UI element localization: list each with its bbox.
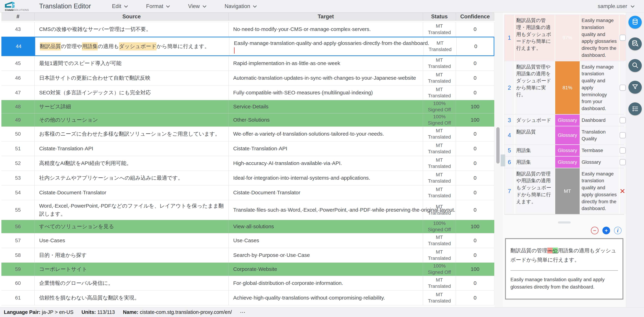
source-cell[interactable]: お客様のニーズに合わせた多様な翻訳ソリューションをご用意しています。 bbox=[34, 127, 229, 141]
source-cell[interactable]: その他のソリューション bbox=[34, 114, 229, 126]
target-cell[interactable]: Ideal·for·integration·into·internal·syst… bbox=[229, 171, 423, 185]
source-cell[interactable]: 目的・用途から探す bbox=[34, 248, 229, 262]
target-cell[interactable]: Corporate·Website bbox=[229, 263, 423, 276]
menu-format[interactable]: Format bbox=[146, 3, 169, 10]
target-text: High-accuracy·AI·translation·available·v… bbox=[233, 159, 342, 168]
source-cell[interactable]: 高精度なAI翻訳をAPI経由で利用可能。 bbox=[34, 156, 229, 170]
target-cell[interactable]: Use·Cases bbox=[229, 233, 423, 248]
tm-match-row[interactable]: 7翻訳品質の管理や用語集の適用もダッシュボードから簡単に行えます。MTEasil… bbox=[504, 168, 624, 215]
table-row[interactable]: 44翻訳品質の管理や用語集の適用もダッシュボードから簡単に行えます。Easily… bbox=[2, 37, 494, 56]
table-row[interactable]: 61信頼性を損なわない高品質な翻訳を実現。Achieve·high-qualit… bbox=[2, 290, 494, 305]
table-row[interactable]: 57Use·CasesUse·CasesMTTranslated0 bbox=[2, 233, 494, 248]
table-row[interactable]: 47SEO対策（多言語インデックス）にも完全対応Fully·compatible… bbox=[2, 86, 494, 100]
table-row[interactable]: 51Cistate·Translation·APICistate·Transla… bbox=[2, 141, 494, 156]
table-row[interactable]: 59コーポレートサイトCorporate·Website100%Signed O… bbox=[2, 263, 494, 276]
target-cell[interactable]: Automatic·translation·updates·in·sync·wi… bbox=[229, 71, 423, 85]
tm-match-row[interactable]: 4翻訳品質GlossaryTranslation Quality bbox=[504, 126, 624, 145]
menu-view[interactable]: View bbox=[188, 3, 206, 10]
panel-resize-grip[interactable] bbox=[501, 154, 505, 166]
table-row[interactable]: 48サービス詳細Service·Details100%Signed Off100 bbox=[2, 100, 494, 114]
target-cell[interactable]: We·offer·a·variety·of·translation·soluti… bbox=[229, 127, 423, 141]
tm-select-checkbox[interactable] bbox=[620, 117, 626, 123]
target-cell[interactable]: Search·by·Purpose·or·Use·Case bbox=[229, 248, 423, 262]
table-row[interactable]: 52高精度なAI翻訳をAPI経由で利用可能。High-accuracy·AI·t… bbox=[2, 156, 494, 171]
rail-button-concordance-search[interactable] bbox=[628, 38, 642, 50]
source-cell[interactable]: すべてのソリューションを見る bbox=[34, 220, 229, 233]
tm-select-checkbox[interactable] bbox=[620, 34, 626, 41]
source-text: CMSの改修や複雑なサーバー管理は一切不要。 bbox=[39, 25, 151, 34]
target-cell[interactable]: Service·Details bbox=[229, 100, 423, 113]
user-menu[interactable]: sample.user bbox=[598, 3, 634, 10]
source-cell[interactable]: Use·Cases bbox=[34, 233, 229, 248]
target-text: Automatic·translation·updates·in·sync·wi… bbox=[233, 74, 416, 82]
rail-button-search[interactable] bbox=[628, 59, 642, 72]
tm-select-checkbox[interactable] bbox=[620, 147, 626, 154]
table-row[interactable]: 50お客様のニーズに合わせた多様な翻訳ソリューションをご用意しています。We·o… bbox=[2, 127, 494, 141]
table-row[interactable]: 58目的・用途から探すSearch·by·Purpose·or·Use·Case… bbox=[2, 248, 494, 263]
status-cell: MTTranslated bbox=[424, 38, 456, 56]
add-button[interactable]: + bbox=[602, 227, 610, 234]
confidence-cell: 0 bbox=[456, 71, 494, 85]
target-text: Corporate·Website bbox=[233, 265, 277, 273]
source-cell[interactable]: 翻訳品質の管理や用語集の適用もダッシュボードから簡単に行えます。 bbox=[35, 38, 229, 56]
target-cell[interactable]: Cistate·Translation·API bbox=[229, 141, 423, 156]
target-cell[interactable]: High-accuracy·AI·translation·available·v… bbox=[229, 156, 423, 170]
table-row[interactable]: 53社内システムやアプリケーションへの組み込みに最適です。Ideal·for·i… bbox=[2, 171, 494, 186]
source-cell[interactable]: Word,·Excel,·PowerPoint,·PDFなどのファイルを、レイア… bbox=[34, 200, 229, 220]
source-cell[interactable]: SEO対策（多言語インデックス）にも完全対応 bbox=[34, 86, 229, 100]
target-cell[interactable]: Achieve·high-quality·translations·withou… bbox=[229, 290, 423, 305]
target-cell[interactable]: Easily·manage·translation·quality·and·ap… bbox=[229, 38, 424, 56]
tm-match-row[interactable]: 5用語集GlossaryTermbase bbox=[504, 145, 624, 156]
tm-match-row[interactable]: 6用語集GlossaryGlossary bbox=[504, 156, 624, 168]
target-cell[interactable]: No·need·to·modify·your·CMS·or·manage·com… bbox=[229, 22, 423, 36]
tm-select-checkbox[interactable] bbox=[620, 84, 626, 91]
target-cell[interactable]: For·global·distribution·of·corporate·inf… bbox=[229, 276, 423, 290]
source-cell[interactable]: コーポレートサイト bbox=[34, 263, 229, 276]
source-cell[interactable]: Cistate·Document·Translator bbox=[34, 186, 229, 200]
target-cell[interactable]: Fully·compatible·with·SEO·measures·(mult… bbox=[229, 86, 423, 100]
table-scrollbar[interactable] bbox=[495, 12, 502, 307]
source-cell[interactable]: 信頼性を損なわない高品質な翻訳を実現。 bbox=[34, 290, 229, 305]
tm-match-row[interactable]: 3ダッシュボードGlossaryDashboard bbox=[504, 115, 624, 126]
menu-navigation[interactable]: Navigation bbox=[225, 3, 256, 10]
table-row[interactable]: 46日本語サイトの更新に合わせて自動で翻訳反映Automatic·transla… bbox=[2, 71, 494, 86]
tm-match-row[interactable]: 1翻訳品質の管理・用語集の適用もダッシュボードから簡単に行えます。97%Easi… bbox=[504, 15, 624, 61]
source-cell[interactable]: 社内システムやアプリケーションへの組み込みに最適です。 bbox=[34, 171, 229, 185]
source-text: コーポレートサイト bbox=[39, 265, 87, 273]
source-cell[interactable]: サービス詳細 bbox=[34, 100, 229, 113]
target-cell[interactable]: Cistate·Document·Translator bbox=[229, 186, 423, 200]
rail-button-qa-checklist[interactable] bbox=[628, 102, 642, 115]
panel-drag-handle[interactable] bbox=[558, 222, 570, 224]
info-button[interactable]: i bbox=[614, 227, 622, 234]
table-row[interactable]: 60企業情報のグローバル発信に。For·global·distribution·… bbox=[2, 276, 494, 290]
source-cell[interactable]: 企業情報のグローバル発信に。 bbox=[34, 276, 229, 290]
table-row[interactable]: 45最短1週間でのスピード導入が可能Rapid·implementation·i… bbox=[2, 56, 494, 71]
source-cell[interactable]: 最短1週間でのスピード導入が可能 bbox=[34, 56, 229, 70]
tm-select-checkbox[interactable] bbox=[620, 159, 626, 165]
tm-select-checkbox[interactable] bbox=[620, 132, 626, 138]
table-row[interactable]: 49その他のソリューションOther·Solutions100%Signed O… bbox=[2, 114, 494, 127]
confidence-cell: 0 bbox=[456, 86, 494, 100]
more-options-icon[interactable]: ⋯ bbox=[240, 309, 246, 316]
menu-edit[interactable]: Edit bbox=[112, 3, 127, 10]
status-item: Units: 113/113 bbox=[82, 309, 115, 315]
remove-button[interactable]: − bbox=[591, 227, 598, 234]
remove-match-icon[interactable]: ✕ bbox=[620, 188, 626, 195]
source-cell[interactable]: CMSの改修や複雑なサーバー管理は一切不要。 bbox=[34, 22, 229, 36]
target-cell[interactable]: Other·Solutions bbox=[229, 114, 423, 126]
tm-match-row[interactable]: 2翻訳品質管理や用語集の適用をダッシュボードから簡単に実行。81%Easily … bbox=[504, 61, 624, 115]
table-row[interactable]: 54Cistate·Document·TranslatorCistate·Doc… bbox=[2, 186, 494, 200]
target-cell[interactable]: Rapid·implementation·in·as·little·as·one… bbox=[229, 56, 423, 70]
scrollbar-thumb[interactable] bbox=[496, 127, 500, 164]
rail-button-translation-memory[interactable] bbox=[628, 16, 642, 29]
target-cell[interactable]: View·all·solutions bbox=[229, 220, 423, 233]
table-row[interactable]: 43CMSの改修や複雑なサーバー管理は一切不要。No·need·to·modif… bbox=[2, 22, 494, 37]
rail-button-filter[interactable] bbox=[628, 81, 642, 94]
table-row[interactable]: 56すべてのソリューションを見るView·all·solutions100%Si… bbox=[2, 220, 494, 233]
brand-name: Cistate bbox=[5, 8, 14, 11]
source-cell[interactable]: 日本語サイトの更新に合わせて自動で翻訳反映 bbox=[34, 71, 229, 85]
source-cell[interactable]: Cistate·Translation·API bbox=[34, 141, 229, 156]
table-row[interactable]: 55Word,·Excel,·PowerPoint,·PDFなどのファイルを、レ… bbox=[2, 200, 494, 220]
cistate-logo-icon bbox=[5, 1, 18, 9]
target-cell[interactable]: Translate·files·such·as·Word,·Excel,·Pow… bbox=[229, 200, 423, 220]
